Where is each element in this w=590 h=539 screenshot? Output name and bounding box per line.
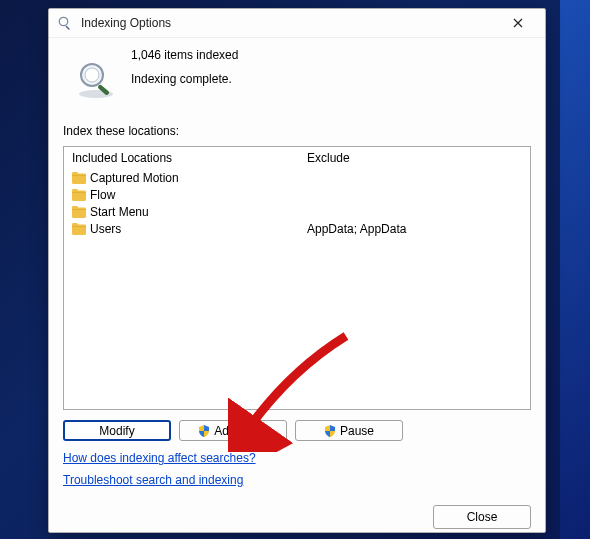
pause-button-label: Pause — [340, 424, 374, 438]
action-button-row: Modify Advanced Pause — [63, 420, 531, 441]
window-title: Indexing Options — [81, 16, 499, 30]
exclude-column: Exclude AppData; AppData — [299, 147, 530, 409]
included-locations-column: Included Locations Captured MotionFlowSt… — [64, 147, 299, 409]
exclude-value — [307, 203, 522, 220]
location-name: Users — [90, 222, 121, 236]
pause-button[interactable]: Pause — [295, 420, 403, 441]
magnifier-icon — [57, 15, 73, 31]
dialog-footer: Close — [49, 499, 545, 539]
dialog-content: 1,046 items indexed Indexing complete. I… — [49, 38, 545, 499]
exclude-value — [307, 169, 522, 186]
svg-point-0 — [59, 17, 67, 25]
shield-icon — [198, 425, 210, 437]
close-button[interactable]: Close — [433, 505, 531, 529]
locations-section-label: Index these locations: — [63, 124, 531, 138]
troubleshoot-link[interactable]: Troubleshoot search and indexing — [63, 473, 243, 487]
modify-button-label: Modify — [99, 424, 134, 438]
location-name: Captured Motion — [90, 171, 179, 185]
advanced-button[interactable]: Advanced — [179, 420, 287, 441]
locations-list[interactable]: Included Locations Captured MotionFlowSt… — [63, 146, 531, 410]
exclude-header: Exclude — [307, 151, 522, 165]
how-indexing-link[interactable]: How does indexing affect searches? — [63, 451, 256, 465]
modify-button[interactable]: Modify — [63, 420, 171, 441]
location-row[interactable]: Users — [72, 220, 291, 237]
folder-icon — [72, 223, 86, 235]
location-row[interactable]: Flow — [72, 186, 291, 203]
location-row[interactable]: Start Menu — [72, 203, 291, 220]
advanced-button-label: Advanced — [214, 424, 267, 438]
desktop-background-edge — [560, 0, 590, 539]
location-name: Flow — [90, 188, 115, 202]
indexing-options-window: Indexing Options 1,046 items indexed Ind… — [48, 8, 546, 533]
location-name: Start Menu — [90, 205, 149, 219]
exclude-value: AppData; AppData — [307, 220, 522, 237]
folder-icon — [72, 189, 86, 201]
included-header: Included Locations — [72, 151, 291, 165]
magnifier-large-icon — [75, 58, 117, 100]
folder-icon — [72, 172, 86, 184]
svg-rect-1 — [65, 26, 70, 31]
shield-icon — [324, 425, 336, 437]
close-button-label: Close — [467, 510, 498, 524]
location-row[interactable]: Captured Motion — [72, 169, 291, 186]
status-area: 1,046 items indexed Indexing complete. — [63, 46, 531, 100]
svg-point-4 — [85, 68, 99, 82]
indexing-state-label: Indexing complete. — [131, 72, 238, 86]
exclude-value — [307, 186, 522, 203]
title-bar: Indexing Options — [49, 9, 545, 38]
folder-icon — [72, 206, 86, 218]
indexed-count-label: 1,046 items indexed — [131, 48, 238, 62]
close-window-button[interactable] — [499, 9, 537, 37]
